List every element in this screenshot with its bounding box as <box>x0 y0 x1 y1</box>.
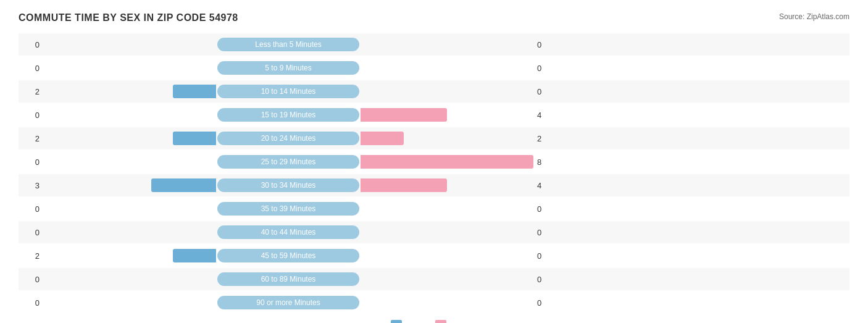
male-value: 2 <box>19 251 43 261</box>
female-value: 8 <box>533 157 558 167</box>
male-value: 2 <box>19 87 43 96</box>
male-bar <box>173 249 216 262</box>
male-bar-container <box>43 249 216 262</box>
male-bar-container <box>43 272 216 286</box>
chart-row: 2 20 to 24 Minutes 2 <box>19 127 849 149</box>
male-bar-container <box>43 108 216 122</box>
chart-row: 0 40 to 44 Minutes 0 <box>19 221 849 243</box>
male-bar-container <box>43 132 216 145</box>
female-bar-container <box>361 38 533 51</box>
chart-row: 2 10 to 14 Minutes 0 <box>19 80 849 103</box>
female-value: 0 <box>533 64 558 73</box>
male-value: 0 <box>19 64 43 73</box>
chart-row: 0 90 or more Minutes 0 <box>19 292 849 314</box>
female-bar <box>361 132 404 145</box>
axis-right-label: 8 <box>825 321 849 324</box>
row-label: 5 to 9 Minutes <box>217 61 359 75</box>
male-value: 0 <box>19 275 43 284</box>
male-bar-container <box>43 85 216 98</box>
row-label: 15 to 19 Minutes <box>217 108 359 122</box>
female-bar-container <box>361 178 533 192</box>
row-label: 40 to 44 Minutes <box>217 225 359 240</box>
female-value: 4 <box>533 181 558 190</box>
male-swatch <box>391 320 402 323</box>
male-value: 0 <box>19 228 43 237</box>
chart-row: 0 15 to 19 Minutes 4 <box>19 104 849 126</box>
female-bar-container <box>361 202 533 216</box>
female-bar <box>361 178 447 192</box>
female-value: 0 <box>533 251 558 261</box>
male-bar-container <box>43 155 216 169</box>
legend-center: Male Female <box>391 320 477 323</box>
row-label: 25 to 29 Minutes <box>217 155 359 169</box>
male-value: 2 <box>19 134 43 143</box>
male-bar <box>173 85 216 98</box>
female-swatch <box>435 320 446 323</box>
chart-row: 3 30 to 34 Minutes 4 <box>19 174 849 196</box>
row-label: 35 to 39 Minutes <box>217 202 359 216</box>
female-bar <box>361 108 447 122</box>
female-bar-container <box>361 155 533 169</box>
female-bar <box>361 155 533 169</box>
female-bar-container <box>361 108 533 122</box>
chart-title: COMMUTE TIME BY SEX IN ZIP CODE 54978 <box>19 12 238 23</box>
female-value: 0 <box>533 40 558 49</box>
male-value: 0 <box>19 298 43 308</box>
female-value: 0 <box>533 87 558 96</box>
row-label: 20 to 24 Minutes <box>217 132 359 146</box>
male-value: 0 <box>19 204 43 214</box>
male-value: 0 <box>19 157 43 167</box>
male-bar <box>151 178 216 192</box>
row-label: Less than 5 Minutes <box>217 38 359 52</box>
male-bar-container <box>43 225 216 239</box>
male-bar <box>173 132 216 145</box>
female-bar-container <box>361 272 533 286</box>
legend-male-label: Male <box>406 321 423 324</box>
female-bar-container <box>361 225 533 239</box>
male-bar-container <box>43 178 216 192</box>
row-label: 90 or more Minutes <box>217 296 359 310</box>
male-value: 3 <box>19 181 43 190</box>
male-value: 0 <box>19 111 43 120</box>
row-label: 45 to 59 Minutes <box>217 249 359 263</box>
male-bar-container <box>43 61 216 75</box>
male-value: 0 <box>19 40 43 49</box>
chart-row: 0 35 to 39 Minutes 0 <box>19 198 849 220</box>
male-bar-container <box>43 202 216 216</box>
female-bar-container <box>361 85 533 98</box>
legend-male: Male <box>391 320 423 323</box>
source-label: Source: ZipAtlas.com <box>779 12 849 21</box>
female-bar-container <box>361 296 533 309</box>
chart-row: 0 60 to 89 Minutes 0 <box>19 268 849 290</box>
female-value: 0 <box>533 275 558 284</box>
female-value: 0 <box>533 204 558 214</box>
chart-row: 2 45 to 59 Minutes 0 <box>19 245 849 267</box>
female-value: 0 <box>533 228 558 237</box>
legend-female: Female <box>435 320 477 323</box>
chart-row: 0 Less than 5 Minutes 0 <box>19 33 849 56</box>
male-bar-container <box>43 38 216 51</box>
female-value: 2 <box>533 134 558 143</box>
female-bar-container <box>361 249 533 262</box>
legend-row: 8 Male Female 8 <box>19 320 849 323</box>
row-label: 10 to 14 Minutes <box>217 85 359 99</box>
axis-left-label: 8 <box>19 321 43 324</box>
legend-female-label: Female <box>450 321 477 324</box>
female-value: 0 <box>533 298 558 308</box>
female-value: 4 <box>533 111 558 120</box>
row-label: 30 to 34 Minutes <box>217 178 359 193</box>
female-bar-container <box>361 61 533 75</box>
chart-row: 0 5 to 9 Minutes 0 <box>19 57 849 79</box>
chart-area: 0 Less than 5 Minutes 0 0 5 to 9 Minutes… <box>19 33 849 314</box>
male-bar-container <box>43 296 216 309</box>
row-label: 60 to 89 Minutes <box>217 272 359 287</box>
female-bar-container <box>361 132 533 145</box>
chart-row: 0 25 to 29 Minutes 8 <box>19 151 849 173</box>
